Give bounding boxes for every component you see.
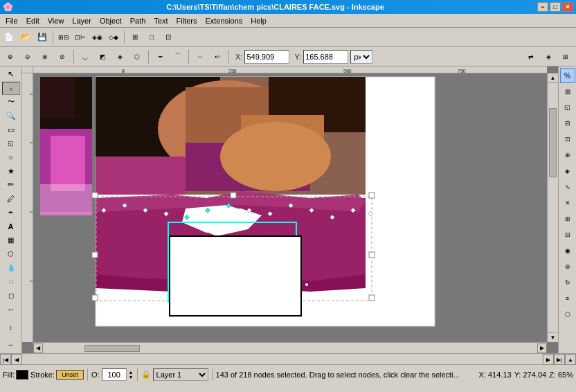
zoom-fit-btn[interactable]: ⊞ bbox=[127, 30, 143, 45]
menu-item-extensions[interactable]: Extensions bbox=[201, 15, 246, 26]
svg-text:500: 500 bbox=[343, 69, 352, 73]
star-tool[interactable]: ★ bbox=[2, 165, 20, 178]
node-corner-btn[interactable]: ◩ bbox=[95, 49, 110, 64]
connector-tool[interactable]: ↔ bbox=[2, 303, 20, 316]
join-nodes-btn[interactable]: ⊗ bbox=[37, 49, 53, 64]
page-prev-btn[interactable]: ◀ bbox=[11, 354, 22, 365]
snap-intersect-btn[interactable]: ✕ bbox=[560, 195, 575, 211]
ellipse-tool[interactable]: ○ bbox=[2, 151, 20, 164]
opacity-spin[interactable]: ▲▼ bbox=[129, 370, 134, 380]
gradient-tool[interactable]: ▦ bbox=[2, 233, 20, 247]
stroke-color-swatch[interactable]: Unset bbox=[56, 370, 84, 380]
lock-icon[interactable]: 🔒 bbox=[141, 370, 151, 379]
text-tool[interactable]: A bbox=[2, 220, 20, 233]
snap-nodes-btn2[interactable]: ◈ bbox=[560, 163, 575, 179]
y-input[interactable] bbox=[303, 50, 348, 64]
menu-item-view[interactable]: View bbox=[44, 15, 69, 26]
svg-point-22 bbox=[220, 122, 331, 191]
callig-tool[interactable]: ✒ bbox=[2, 206, 20, 219]
eraser-tool[interactable]: ◻ bbox=[2, 289, 20, 302]
show-handles-btn[interactable]: ◈ bbox=[541, 49, 556, 64]
snap-grid-btn[interactable]: ⊞⊟ bbox=[56, 30, 71, 45]
stroke-label: Stroke: bbox=[30, 371, 55, 379]
snap-rotate-btn[interactable]: ↻ bbox=[560, 275, 575, 290]
snap-scale-btn[interactable]: ⊚ bbox=[560, 259, 575, 274]
page-first-btn[interactable]: |◀ bbox=[0, 354, 11, 365]
zoom-page-btn[interactable]: □ bbox=[144, 30, 159, 45]
vertical-scrollbar[interactable]: ▲ ▼ bbox=[547, 73, 558, 342]
layer-up-btn[interactable]: ▲ bbox=[565, 354, 576, 365]
bucket-tool[interactable]: ⬡ bbox=[2, 247, 20, 260]
page-next-btn[interactable]: ▶ bbox=[543, 354, 554, 365]
opacity-input[interactable] bbox=[102, 368, 127, 381]
seg-line-btn[interactable]: ━ bbox=[152, 49, 168, 64]
pencil-tool[interactable]: ✏ bbox=[2, 179, 20, 192]
canvas-container[interactable]: 0 250 500 750 bbox=[22, 66, 558, 353]
snap-enable-btn[interactable]: % bbox=[560, 68, 575, 83]
menu-item-help[interactable]: Help bbox=[246, 15, 271, 26]
menu-item-edit[interactable]: Edit bbox=[22, 15, 44, 26]
snap-guide-btn[interactable]: ⊟ bbox=[560, 227, 575, 242]
horizontal-scrollbar[interactable]: ◀ ▶ bbox=[33, 342, 547, 353]
open-button[interactable]: 📂 bbox=[18, 30, 33, 45]
menu-item-text[interactable]: Text bbox=[150, 15, 172, 26]
node-tool[interactable]: ⬦ bbox=[2, 82, 20, 95]
snap-node-btn[interactable]: ⊡⊢ bbox=[73, 30, 88, 45]
snap-center-btn[interactable]: ⊕ bbox=[560, 148, 575, 163]
snap-midpoints-btn[interactable]: ⊡ bbox=[560, 132, 575, 147]
menu-item-object[interactable]: Object bbox=[96, 15, 126, 26]
menu-item-filters[interactable]: Filters bbox=[172, 15, 201, 26]
layer-select[interactable]: Layer 1 bbox=[153, 368, 208, 381]
pen-tool[interactable]: 🖊 bbox=[2, 192, 20, 205]
dropper-tool[interactable]: 💧 bbox=[2, 261, 20, 274]
snap-grid-btn2[interactable]: ⊞ bbox=[560, 211, 575, 226]
rect-tool[interactable]: ▭ bbox=[2, 123, 20, 136]
flip-x-btn[interactable]: ↕ bbox=[2, 319, 20, 336]
node-sym-btn[interactable]: ◈ bbox=[112, 49, 127, 64]
close-button[interactable]: ✕ bbox=[562, 2, 573, 12]
node-smooth-btn[interactable]: ◡ bbox=[78, 49, 93, 64]
spray-tool[interactable]: ∷ bbox=[2, 275, 20, 288]
save-button[interactable]: 💾 bbox=[35, 30, 50, 45]
minimize-button[interactable]: − bbox=[537, 2, 548, 12]
separator1 bbox=[53, 30, 53, 44]
status-coords: X: 414.13 Y: 274.04 Z: 65% bbox=[479, 371, 573, 379]
status-sep3 bbox=[212, 368, 213, 381]
snap-edges-btn[interactable]: ⊟ bbox=[560, 116, 575, 131]
snap-bbox-btn2[interactable]: ⊞ bbox=[560, 84, 575, 99]
select-tool[interactable]: ↖ bbox=[2, 68, 20, 81]
snap-paths-btn[interactable]: ∿ bbox=[560, 179, 575, 195]
fill-label: Fill: bbox=[3, 371, 15, 379]
snap-bbox-btn[interactable]: ◈◉ bbox=[89, 30, 105, 45]
maximize-button[interactable]: □ bbox=[550, 2, 561, 12]
3d-box-tool[interactable]: ◱ bbox=[2, 137, 20, 150]
x-input[interactable] bbox=[244, 50, 289, 64]
flip-y-btn[interactable]: ↔ bbox=[2, 337, 20, 353]
new-button[interactable]: 📄 bbox=[1, 30, 17, 45]
menu-item-layer[interactable]: Layer bbox=[68, 15, 96, 26]
zoom-tool[interactable]: 🔍 bbox=[2, 109, 20, 123]
add-node-btn[interactable]: ⊕ bbox=[3, 49, 18, 64]
del-node-btn[interactable]: ⊖ bbox=[20, 49, 35, 64]
node-auto-btn[interactable]: ⬡ bbox=[129, 49, 145, 64]
zoom-draw-btn[interactable]: ⊡ bbox=[161, 30, 176, 45]
break-nodes-btn[interactable]: ⊘ bbox=[55, 49, 70, 64]
transform-handles-btn[interactable]: ⊞ bbox=[558, 49, 573, 64]
snap-path-btn[interactable]: ◇◆ bbox=[106, 30, 121, 45]
snap-align-btn[interactable]: ≡ bbox=[560, 291, 575, 306]
snap-page-btn[interactable]: ⬡ bbox=[560, 307, 575, 322]
snap-corners-btn[interactable]: ◱ bbox=[560, 100, 575, 115]
status-sep2 bbox=[137, 368, 138, 381]
drawing-area: 🔍 bbox=[33, 73, 449, 330]
snap-color-btn[interactable]: ◉ bbox=[560, 243, 575, 258]
menu-item-file[interactable]: File bbox=[1, 15, 22, 26]
node-inout-btn[interactable]: ↔ bbox=[192, 49, 208, 64]
fill-color-swatch[interactable] bbox=[16, 370, 28, 380]
tweak-tool[interactable]: 〜 bbox=[2, 96, 20, 109]
page-last-btn[interactable]: ▶| bbox=[554, 354, 565, 365]
unit-select[interactable]: px bbox=[350, 50, 372, 64]
menu-item-path[interactable]: Path bbox=[126, 15, 150, 26]
seg-curve-btn[interactable]: ⌒ bbox=[170, 49, 185, 64]
node-transform-btn[interactable]: ⇄ bbox=[523, 49, 539, 64]
node-retract-btn[interactable]: ↩ bbox=[210, 49, 225, 64]
